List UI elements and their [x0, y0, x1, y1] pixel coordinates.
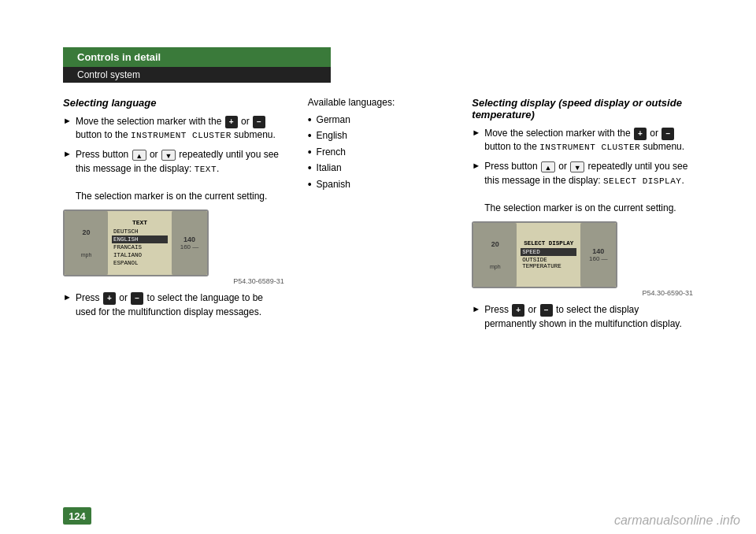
lang-german: German — [317, 114, 350, 125]
left-image-caption: P54.30-6589-31 — [63, 277, 284, 285]
bullet-spanish: • — [308, 179, 312, 191]
scroll-down-btn-1: ▼ — [161, 150, 176, 161]
speedometer-left-1: 20 mph — [65, 211, 108, 275]
minus-btn-r1: − — [662, 128, 674, 140]
cluster-display-right: 20 mph SELECT DISPLAY SPEED OUTSIDE TEMP… — [472, 221, 617, 288]
lang-french: French — [317, 146, 346, 158]
text-panel-title-left: TEXT — [112, 219, 168, 226]
arrow-icon-r2: ► — [472, 161, 480, 170]
bullet-french: • — [308, 146, 312, 158]
right-bullet-1: ► Move the selection marker with the + o… — [472, 127, 693, 154]
text-panel-title-right: SELECT DISPLAY — [521, 240, 576, 247]
speedometer-right-2: 140 160 — — [580, 223, 616, 287]
right-bullet-2-text: Press button ▲ or ▼ repeatedly until you… — [484, 160, 693, 215]
language-list: • German • English • French • Italian • … — [308, 114, 449, 191]
lang-english: English — [317, 130, 347, 141]
subheader-subtitle: Control system — [77, 69, 140, 80]
plus-btn-r3: + — [512, 304, 524, 317]
page-number: 124 — [63, 507, 91, 525]
left-section-title: Selecting language — [63, 97, 284, 109]
list-item-italian: • Italian — [308, 162, 449, 174]
plus-btn-r1: + — [634, 128, 647, 140]
subheader-bar: Control system — [63, 67, 331, 83]
scroll-down-btn-r: ▼ — [570, 161, 584, 172]
right-display-image: 20 mph SELECT DISPLAY SPEED OUTSIDE TEMP… — [472, 221, 693, 297]
arrow-icon-r1: ► — [472, 128, 480, 137]
text-panel-left: TEXT DEUTSCH ENGLISH FRANCAIS ITALIANO E… — [108, 211, 172, 275]
text-display-label: TEXT — [195, 165, 217, 174]
right-section-title: Selecting display (speed display or outs… — [472, 97, 693, 121]
item-speed: SPEED — [521, 248, 576, 256]
bullet-german: • — [308, 114, 312, 126]
arrow-icon-r3: ► — [472, 304, 480, 313]
left-bullet-1: ► Move the selection marker with the + o… — [63, 115, 284, 143]
bullet-english: • — [308, 130, 312, 142]
instrument-cluster-r1: INSTRUMENT CLUSTER — [539, 143, 640, 152]
mid-column: Available languages: • German • English … — [308, 97, 449, 336]
header-title: Controls in detail — [77, 51, 161, 63]
right-bullet-3: ► Press + or − to select the display per… — [472, 303, 693, 331]
left-bullet-3: ► Press + or − to select the language to… — [63, 291, 284, 319]
plus-btn-2: + — [103, 292, 116, 305]
header-bar: Controls in detail — [63, 47, 331, 67]
right-bullet-1-text: Move the selection marker with the + or … — [484, 127, 693, 154]
item-deutsch: DEUTSCH — [112, 228, 168, 235]
arrow-icon-2: ► — [63, 149, 72, 158]
minus-btn-r3: − — [540, 304, 553, 317]
list-item-french: • French — [308, 146, 449, 158]
item-espanol: ESPANOL — [112, 259, 168, 267]
cluster-display-left: 20 mph TEXT DEUTSCH ENGLISH FRANCAIS ITA… — [63, 210, 209, 276]
text-panel-right: SELECT DISPLAY SPEED OUTSIDE TEMPERATURE — [517, 223, 580, 287]
item-italiano: ITALIANO — [112, 251, 168, 259]
scroll-up-btn-1: ▲ — [132, 150, 146, 161]
left-column: Selecting language ► Move the selection … — [63, 97, 284, 336]
right-image-caption: P54.30-6590-31 — [472, 289, 693, 297]
speedometer-right-1: 140 160 — — [172, 211, 207, 275]
bullet-italian: • — [308, 162, 312, 174]
arrow-icon-1: ► — [63, 116, 72, 125]
select-display-label: SELECT DISPLAY — [603, 176, 681, 186]
right-column: Selecting display (speed display or outs… — [472, 97, 693, 336]
lang-spanish: Spanish — [317, 179, 350, 190]
left-bullet-2-text: Press button ▲ or ▼ repeatedly until you… — [76, 148, 284, 203]
item-english: ENGLISH — [112, 235, 168, 243]
left-bullet-1-text: Move the selection marker with the + or … — [76, 115, 284, 143]
plus-btn-1: + — [225, 116, 238, 128]
scroll-up-btn-r: ▲ — [541, 161, 555, 172]
watermark: carmanualsоnline .info — [614, 514, 740, 528]
minus-btn-2: − — [131, 292, 143, 305]
minus-btn-1: − — [253, 116, 265, 128]
list-item-spanish: • Spanish — [308, 179, 449, 191]
list-item-english: • English — [308, 130, 449, 142]
left-bullet-3-text: Press + or − to select the language to b… — [76, 291, 284, 319]
lang-italian: Italian — [317, 162, 342, 173]
arrow-icon-3: ► — [63, 292, 72, 302]
speedometer-left-2: 20 mph — [473, 223, 517, 287]
left-bullet-2: ► Press button ▲ or ▼ repeatedly until y… — [63, 148, 284, 203]
item-francais: FRANCAIS — [112, 243, 168, 251]
right-bullet-2: ► Press button ▲ or ▼ repeatedly until y… — [472, 160, 693, 215]
item-outside-temp: OUTSIDE TEMPERATURE — [521, 256, 576, 270]
left-display-image: 20 mph TEXT DEUTSCH ENGLISH FRANCAIS ITA… — [63, 210, 284, 285]
right-bullet-3-text: Press + or − to select the display perma… — [484, 303, 693, 331]
instrument-cluster-1: INSTRUMENT CLUSTER — [131, 131, 232, 140]
list-item-german: • German — [308, 114, 449, 126]
available-languages-title: Available languages: — [308, 97, 449, 108]
